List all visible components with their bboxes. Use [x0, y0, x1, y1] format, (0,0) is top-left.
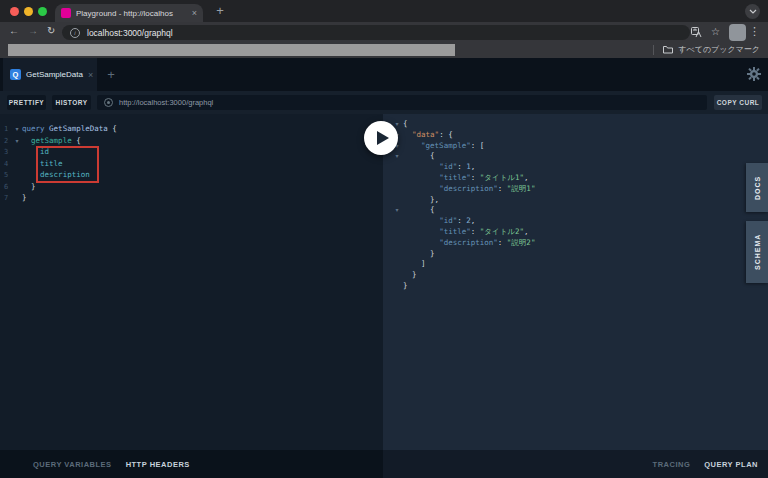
- code-line: ]: [391, 259, 768, 270]
- all-bookmarks-button[interactable]: すべてのブックマーク: [653, 44, 760, 55]
- code-text: "title": "タイトル2",: [403, 227, 529, 238]
- code-line: ▾{: [391, 119, 768, 130]
- forward-icon[interactable]: →: [28, 25, 38, 36]
- screen: Playground - http://localhos × + ← → ↻ i…: [0, 0, 768, 478]
- footer-right: TRACING QUERY PLAN: [383, 450, 768, 478]
- code-line: 1▾query GetSampleData {: [0, 123, 383, 135]
- playground-header: Q GetSampleData × +: [0, 58, 768, 91]
- code-line: ▾ "data": {: [391, 130, 768, 141]
- line-number: 4: [4, 159, 12, 171]
- footer-left: QUERY VARIABLES HTTP HEADERS: [0, 450, 383, 478]
- code-line: "id": 2,: [391, 216, 768, 227]
- code-line: }: [391, 249, 768, 260]
- tracing-tab[interactable]: TRACING: [653, 460, 691, 469]
- history-button[interactable]: HISTORY: [52, 95, 91, 110]
- code-text: }: [22, 192, 27, 204]
- back-icon[interactable]: ←: [9, 25, 19, 36]
- line-number: 2: [4, 136, 12, 148]
- translate-icon[interactable]: [691, 27, 702, 40]
- address-bar[interactable]: i localhost:3000/graphql: [62, 25, 690, 40]
- chevron-down-icon: [749, 9, 757, 14]
- fold-arrow-icon[interactable]: ▾: [391, 151, 403, 162]
- line-number: 3: [4, 147, 12, 159]
- code-text: "id": 2,: [403, 216, 475, 227]
- fold-arrow-icon[interactable]: ▾: [12, 136, 22, 148]
- line-number: 1: [4, 124, 12, 136]
- code-text: query GetSampleData {: [22, 123, 117, 135]
- code-text: }: [22, 181, 36, 193]
- query-plan-tab[interactable]: QUERY PLAN: [704, 460, 758, 469]
- browser-menu-icon[interactable]: ⋮: [749, 25, 760, 38]
- code-line: },: [391, 195, 768, 206]
- code-line: "id": 1,: [391, 162, 768, 173]
- code-line: 2▾ getSample {: [0, 135, 383, 147]
- schema-tab[interactable]: SCHEMA: [746, 221, 768, 283]
- query-variables-tab[interactable]: QUERY VARIABLES: [33, 460, 112, 469]
- settings-button[interactable]: [747, 67, 761, 81]
- code-line: "description": "説明1": [391, 184, 768, 195]
- query-badge: Q: [10, 69, 21, 80]
- macos-minimize-button[interactable]: [24, 7, 33, 16]
- all-bookmarks-label: すべてのブックマーク: [678, 44, 760, 55]
- code-text: "id": 1,: [403, 162, 475, 173]
- divider: [653, 45, 654, 55]
- browser-tabstrip: Playground - http://localhos × +: [0, 0, 768, 22]
- code-text: "description": "説明1": [403, 184, 535, 195]
- http-headers-tab[interactable]: HTTP HEADERS: [126, 460, 190, 469]
- browser-tab-title: Playground - http://localhos: [76, 9, 188, 18]
- code-line: }: [391, 270, 768, 281]
- code-line: "title": "タイトル1",: [391, 173, 768, 184]
- macos-close-button[interactable]: [10, 7, 19, 16]
- endpoint-status-icon: [104, 98, 113, 107]
- endpoint-input[interactable]: http://localhost:3000/graphql: [97, 95, 707, 110]
- prettify-button[interactable]: PRETTIFY: [7, 95, 46, 110]
- code-line: ▾ {: [391, 151, 768, 162]
- close-icon[interactable]: ×: [192, 8, 197, 18]
- session-tab[interactable]: Q GetSampleData ×: [3, 58, 97, 91]
- new-session-button[interactable]: +: [100, 58, 122, 91]
- reload-icon[interactable]: ↻: [47, 25, 55, 36]
- code-text: getSample {: [22, 135, 81, 147]
- redacted-bookmarks: [8, 44, 455, 56]
- docs-tab[interactable]: DOCS: [746, 163, 768, 212]
- session-tab-label: GetSampleData: [26, 70, 83, 79]
- code-line: "title": "タイトル2",: [391, 227, 768, 238]
- close-icon[interactable]: ×: [88, 70, 93, 80]
- code-text: }: [403, 270, 417, 281]
- macos-maximize-button[interactable]: [38, 7, 47, 16]
- code-text: }: [403, 281, 408, 292]
- code-line: ▾ {: [391, 205, 768, 216]
- code-text: }: [403, 249, 435, 260]
- code-line: }: [391, 281, 768, 292]
- fold-arrow-icon[interactable]: ▾: [12, 124, 22, 136]
- code-text: "getSample": [: [403, 141, 484, 152]
- playground-footer: QUERY VARIABLES HTTP HEADERS TRACING QUE…: [0, 450, 768, 478]
- code-text: {: [403, 205, 435, 216]
- code-text: "title": "タイトル1",: [403, 173, 529, 184]
- profile-avatar[interactable]: [729, 24, 746, 41]
- playground-main: 1▾query GetSampleData {2▾ getSample {3 i…: [0, 114, 768, 450]
- site-info-icon[interactable]: i: [70, 28, 80, 38]
- new-tab-button[interactable]: +: [212, 3, 228, 19]
- browser-navbar: ← → ↻ i localhost:3000/graphql ☆ ⋮: [0, 22, 768, 43]
- bookmarks-bar: すべてのブックマーク: [0, 43, 768, 58]
- playground-toolbar: PRETTIFY HISTORY http://localhost:3000/g…: [0, 91, 768, 114]
- url-text: localhost:3000/graphql: [87, 28, 173, 38]
- line-number: 6: [4, 182, 12, 194]
- code-text: "description": "説明2": [403, 238, 535, 249]
- code-text: },: [403, 195, 439, 206]
- endpoint-url: http://localhost:3000/graphql: [119, 98, 213, 107]
- code-text: "data": {: [403, 130, 453, 141]
- execute-query-button[interactable]: [364, 121, 398, 155]
- bookmark-star-icon[interactable]: ☆: [711, 26, 720, 37]
- code-line: ▾ "getSample": [: [391, 141, 768, 152]
- browser-tab[interactable]: Playground - http://localhos ×: [55, 4, 203, 22]
- tab-search-button[interactable]: [745, 4, 760, 19]
- code-text: ]: [403, 259, 426, 270]
- gear-icon: [747, 67, 761, 81]
- copy-curl-button[interactable]: COPY CURL: [714, 95, 762, 110]
- code-text: {: [403, 151, 435, 162]
- fold-arrow-icon[interactable]: ▾: [391, 205, 403, 216]
- folder-icon: [663, 45, 673, 54]
- play-icon: [377, 131, 389, 145]
